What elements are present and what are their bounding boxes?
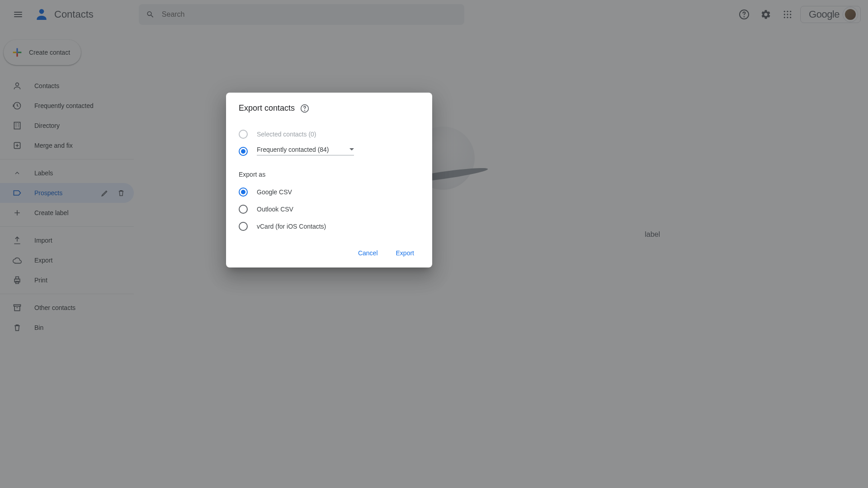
radio-outlook-csv[interactable]: Outlook CSV: [239, 201, 421, 218]
radio-google-csv[interactable]: Google CSV: [239, 183, 421, 201]
export-as-label: Export as: [239, 171, 421, 178]
radio-selected-contacts: Selected contacts (0): [239, 126, 421, 143]
modal-scrim[interactable]: [0, 0, 868, 488]
radio-icon: [239, 205, 248, 214]
export-button[interactable]: Export: [389, 246, 421, 260]
help-icon[interactable]: [300, 104, 309, 113]
svg-point-21: [305, 110, 305, 110]
radio-label: Outlook CSV: [257, 206, 293, 213]
dropdown-value: Frequently contacted (84): [257, 146, 346, 153]
radio-label: Selected contacts (0): [257, 131, 316, 138]
contacts-source-dropdown[interactable]: Frequently contacted (84): [257, 146, 354, 155]
radio-icon: [239, 188, 248, 197]
radio-contacts-dropdown[interactable]: Frequently contacted (84): [239, 143, 421, 160]
radio-label: Google CSV: [257, 188, 292, 196]
radio-label: vCard (for iOS Contacts): [257, 223, 326, 230]
dialog-header: Export contacts: [239, 103, 421, 113]
radio-icon: [239, 222, 248, 231]
dropdown-arrow-icon: [349, 148, 354, 150]
dialog-actions: Cancel Export: [239, 246, 421, 260]
dialog-title: Export contacts: [239, 103, 295, 113]
radio-icon: [239, 147, 248, 156]
radio-vcard[interactable]: vCard (for iOS Contacts): [239, 218, 421, 235]
export-contacts-dialog: Export contacts Selected contacts (0) Fr…: [226, 93, 432, 267]
radio-icon: [239, 130, 248, 139]
cancel-button[interactable]: Cancel: [351, 246, 385, 260]
